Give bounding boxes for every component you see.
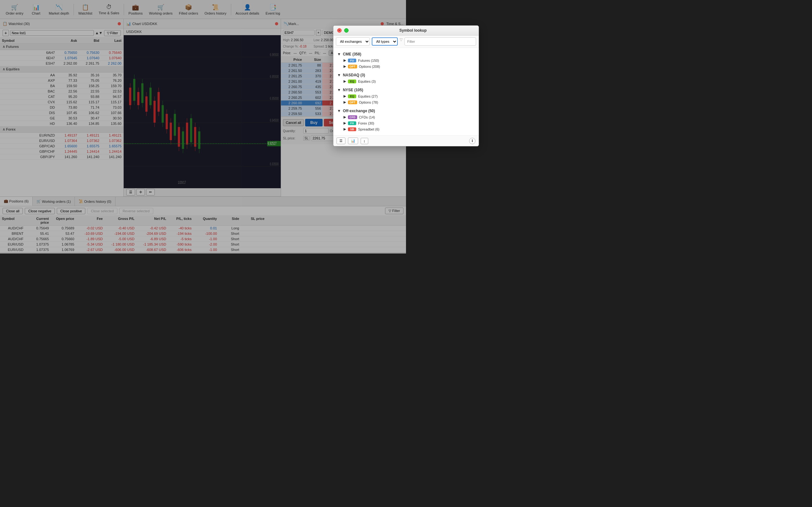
dialog-list-btn[interactable]: ☰: [337, 137, 345, 144]
tree-child-forex[interactable]: ▶ FX Forex (30): [337, 120, 406, 126]
symbol-tree: ▼ CME (358) ▶ FU Futures (150) ▶ OPT Opt…: [334, 48, 406, 135]
tree-child-eq-nyse[interactable]: ▶ EQ Equities (27): [337, 93, 406, 99]
filter-icon: ▽: [400, 38, 403, 46]
tree-child-eq-nasdaq[interactable]: ▶ EQ Equities (3): [337, 78, 406, 84]
eq-nasdaq-badge: EQ: [348, 79, 356, 83]
dialog-toolbar: All exchanges All types ▽: [334, 36, 406, 48]
tree-child-options-nyse[interactable]: ▶ OPT Options (78): [337, 99, 406, 105]
chevron-down-icon: ▼: [337, 73, 341, 77]
fx-badge: FX: [348, 121, 356, 125]
futures-badge: FU: [348, 59, 356, 62]
dialog-footer: ☰ 📊 ↕ ℹ: [334, 135, 406, 146]
eq-nyse-badge: EQ: [348, 95, 356, 98]
sb-badge: SB: [348, 127, 356, 131]
expand-icon: ▶: [344, 94, 346, 98]
tree-root-nasdaq[interactable]: ▼ NASDAQ (3): [337, 72, 406, 78]
tree-child-futures[interactable]: ▶ FU Futures (150): [337, 57, 406, 63]
exchange-select[interactable]: All exchanges: [336, 38, 370, 46]
chevron-down-icon: ▼: [337, 52, 341, 56]
tree-child-cfds[interactable]: ▶ CFD CFDs (14): [337, 114, 406, 120]
expand-icon: ▶: [344, 115, 346, 119]
tree-group-nyse: ▼ NYSE (105) ▶ EQ Equities (27) ▶ OPT Op…: [334, 86, 406, 107]
options-badge: OPT: [348, 65, 357, 68]
symbol-filter-input[interactable]: [404, 38, 406, 46]
expand-icon: ▶: [344, 121, 346, 125]
symbol-lookup-dialog: ✕ Symbol lookup All exchanges All types …: [333, 25, 406, 147]
tree-root-cme[interactable]: ▼ CME (358): [337, 51, 406, 57]
dialog-title: Symbol lookup: [351, 28, 406, 33]
expand-icon: ▶: [344, 100, 346, 104]
expand-icon: ▶: [344, 79, 346, 83]
chevron-down-icon: ▼: [337, 88, 341, 92]
tree-child-spreadbet[interactable]: ▶ SB Spreadbet (6): [337, 126, 406, 132]
dialog-maximize-btn[interactable]: [344, 28, 349, 33]
dialog-header: ✕ Symbol lookup: [334, 26, 406, 36]
tree-root-nyse[interactable]: ▼ NYSE (105): [337, 87, 406, 93]
dialog-chart-btn[interactable]: 📊: [348, 137, 358, 144]
tree-group-nasdaq: ▼ NASDAQ (3) ▶ EQ Equities (3): [334, 71, 406, 86]
dialog-trade-btn[interactable]: ↕: [361, 138, 368, 144]
tree-root-offexchange[interactable]: ▼ Off-exchange (50): [337, 108, 406, 114]
opt-nyse-badge: OPT: [348, 101, 357, 104]
symbol-lookup-overlay[interactable]: ✕ Symbol lookup All exchanges All types …: [0, 0, 406, 253]
cfd-badge: CFD: [348, 115, 357, 119]
tree-group-offexchange: ▼ Off-exchange (50) ▶ CFD CFDs (14) ▶ FX…: [334, 107, 406, 133]
chevron-down-icon: ▼: [337, 109, 341, 113]
dialog-close-btn[interactable]: ✕: [337, 28, 342, 33]
tree-group-cme: ▼ CME (358) ▶ FU Futures (150) ▶ OPT Opt…: [334, 50, 406, 71]
expand-icon: ▶: [344, 127, 346, 131]
expand-icon: ▶: [344, 58, 346, 62]
tree-child-options-cme[interactable]: ▶ OPT Options (208): [337, 63, 406, 69]
type-select[interactable]: All types: [372, 38, 398, 46]
expand-icon: ▶: [344, 64, 346, 68]
